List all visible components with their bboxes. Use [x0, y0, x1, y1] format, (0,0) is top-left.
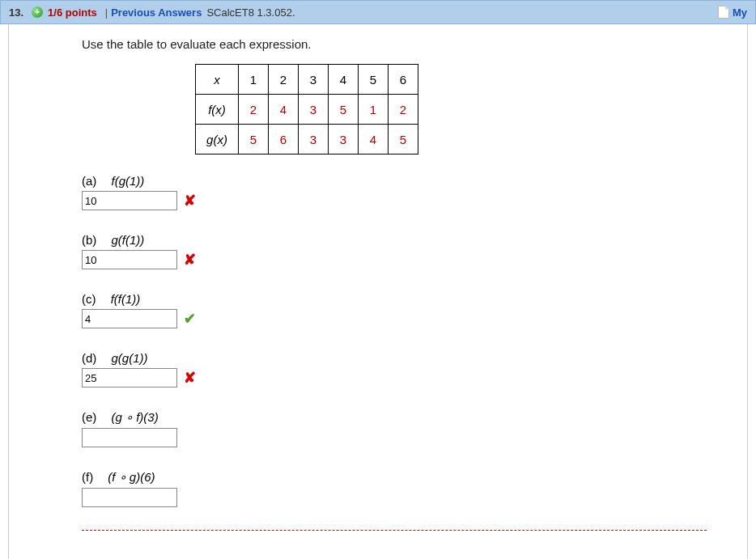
table-cell: 5: [239, 125, 269, 155]
question-content: Use the table to evaluate each expressio…: [8, 24, 748, 559]
divider: |: [105, 6, 108, 19]
part-letter: (c): [82, 292, 96, 306]
part-c: (c) f(f(1)) ✔: [82, 292, 707, 328]
table-cell: 4: [329, 65, 359, 95]
section-divider: [82, 530, 707, 531]
row-label: x: [196, 65, 239, 95]
part-expression: (f ∘ g)(6): [108, 470, 155, 484]
part-label: (b) g(f(1)): [82, 233, 707, 247]
part-d: (d) g(g(1)) ✘: [82, 351, 707, 387]
part-label: (e) (g ∘ f)(3): [82, 410, 707, 425]
answer-input-d[interactable]: [82, 368, 177, 387]
my-notes-link[interactable]: My: [718, 6, 747, 19]
part-letter: (d): [82, 351, 96, 365]
table-cell: 2: [389, 95, 418, 125]
part-letter: (f): [82, 470, 93, 484]
function-table: x 1 2 3 4 5 6 f(x) 2 4 3 5 1 2 g(x) 5 6: [195, 64, 418, 155]
part-b: (b) g(f(1)) ✘: [82, 233, 707, 269]
table-cell: 5: [389, 125, 418, 155]
answer-input-f[interactable]: [82, 488, 177, 507]
table-cell: 2: [269, 65, 299, 95]
question-header: 13. + 1/6 points | Previous Answers SCal…: [0, 0, 756, 24]
table-cell: 3: [329, 125, 359, 155]
table-cell: 1: [239, 65, 269, 95]
table-cell: 3: [299, 65, 329, 95]
answer-input-e[interactable]: [82, 428, 177, 447]
part-a: (a) f(g(1)) ✘: [82, 174, 707, 210]
part-label: (a) f(g(1)): [82, 174, 707, 188]
table-cell: 3: [299, 95, 329, 125]
my-label: My: [733, 6, 747, 19]
part-label: (d) g(g(1)): [82, 351, 707, 365]
document-icon: [718, 6, 729, 19]
part-label: (f) (f ∘ g)(6): [82, 470, 707, 485]
wrong-icon: ✘: [184, 192, 196, 210]
part-letter: (b): [82, 233, 96, 247]
row-label: g(x): [196, 125, 239, 155]
table-cell: 6: [269, 125, 299, 155]
table-row: f(x) 2 4 3 5 1 2: [196, 95, 418, 125]
part-letter: (e): [82, 410, 96, 424]
table-cell: 2: [239, 95, 269, 125]
question-source: SCalcET8 1.3.052.: [206, 6, 295, 19]
table-cell: 6: [389, 65, 418, 95]
part-letter: (a): [82, 174, 96, 188]
answer-input-c[interactable]: [82, 309, 177, 328]
answer-input-b[interactable]: [82, 250, 177, 269]
prompt-text: Use the table to evaluate each expressio…: [82, 37, 707, 51]
table-cell: 5: [329, 95, 359, 125]
part-expression: (g ∘ f)(3): [112, 410, 159, 424]
table-cell: 4: [359, 125, 389, 155]
plus-icon[interactable]: +: [32, 6, 43, 18]
part-e: (e) (g ∘ f)(3): [82, 410, 707, 447]
correct-icon: ✔: [184, 310, 196, 328]
table-cell: 3: [299, 125, 329, 155]
part-f: (f) (f ∘ g)(6): [82, 470, 707, 507]
points-text: 1/6 points: [48, 6, 97, 19]
table-row: x 1 2 3 4 5 6: [196, 65, 418, 95]
wrong-icon: ✘: [184, 251, 196, 269]
wrong-icon: ✘: [184, 369, 196, 387]
table-cell: 4: [269, 95, 299, 125]
answer-input-a[interactable]: [82, 191, 177, 210]
part-label: (c) f(f(1)): [82, 292, 707, 306]
table-cell: 1: [359, 95, 389, 125]
part-expression: g(g(1)): [112, 351, 148, 365]
table-row: g(x) 5 6 3 3 4 5: [196, 125, 418, 155]
part-expression: f(f(1)): [111, 292, 141, 306]
part-expression: g(f(1)): [112, 233, 145, 247]
previous-answers-link[interactable]: Previous Answers: [111, 6, 202, 19]
question-number: 13.: [9, 6, 23, 19]
table-cell: 5: [359, 65, 389, 95]
row-label: f(x): [196, 95, 239, 125]
part-expression: f(g(1)): [112, 174, 145, 188]
